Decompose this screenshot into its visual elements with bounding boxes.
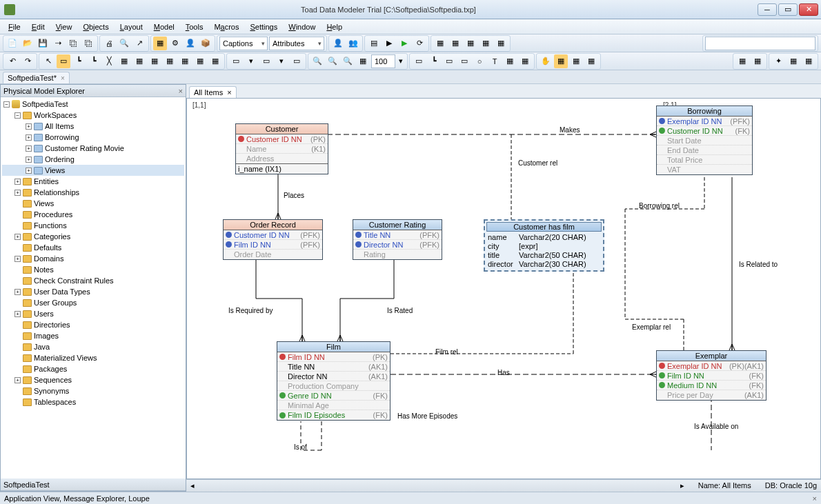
tab-all-items[interactable]: All Items × [189, 86, 237, 98]
tree-toggle[interactable]: + [26, 145, 32, 152]
open-icon[interactable]: 📂 [21, 37, 34, 50]
tree-folder[interactable]: Tablespaces [2, 396, 184, 407]
footer-close-icon[interactable]: × [813, 494, 817, 503]
tree-folder[interactable]: User Groups [2, 297, 184, 308]
misc-icon[interactable]: ▦ [584, 54, 598, 68]
item1-icon[interactable]: ▭ [229, 54, 243, 68]
tree-toggle[interactable] [14, 223, 21, 229]
new-icon[interactable]: 📄 [6, 37, 19, 50]
tree-toggle[interactable]: + [26, 134, 32, 141]
zoom-input[interactable]: 100 [371, 54, 395, 68]
grid2-icon[interactable]: ▦ [448, 37, 462, 50]
grid1-icon[interactable]: ▦ [433, 37, 447, 50]
menu-macros[interactable]: Macros [208, 21, 244, 33]
shape4-icon[interactable]: ▭ [457, 54, 471, 68]
tool-c-icon[interactable]: 👤 [184, 37, 197, 50]
maximize-button[interactable]: ▭ [778, 3, 798, 16]
shape7-icon[interactable]: ▦ [503, 54, 517, 68]
doc-tab-close-icon[interactable]: × [61, 74, 65, 82]
tree-toggle[interactable]: − [14, 112, 21, 119]
tree-folder[interactable]: +Users [2, 308, 184, 319]
undo-icon[interactable]: ↶ [6, 54, 19, 68]
tree-item[interactable]: Views [45, 166, 65, 174]
search-input[interactable] [705, 37, 815, 50]
users-icon[interactable]: 👥 [346, 37, 360, 50]
tree-toggle[interactable]: + [26, 168, 32, 174]
rel3-icon[interactable]: ╳ [102, 54, 116, 68]
entity-borrowing[interactable]: Borrowing Exemplar ID NN (PFK)Customer I… [656, 105, 753, 175]
tree-toggle[interactable]: + [14, 377, 21, 383]
tree-toggle[interactable] [14, 267, 21, 273]
lock-icon[interactable]: ▦ [554, 54, 568, 68]
entity-customer-rating[interactable]: Customer Rating Title NN (PFK)Director N… [353, 219, 442, 260]
menu-objects[interactable]: Objects [77, 21, 114, 33]
tree-item[interactable]: All Items [45, 122, 74, 130]
tree-root[interactable]: SoftpediaTest [22, 100, 68, 108]
item2-icon[interactable]: ▾ [244, 54, 258, 68]
tree-folder[interactable]: Directories [2, 319, 184, 330]
tree-toggle[interactable] [14, 344, 21, 350]
tree-toggle[interactable] [14, 322, 21, 328]
tree-toggle[interactable] [14, 366, 21, 372]
menu-tools[interactable]: Tools [180, 21, 209, 33]
tree-folder[interactable]: +User Data Types [2, 286, 184, 297]
tree-toggle[interactable] [14, 355, 21, 361]
rel10-icon[interactable]: ▦ [208, 54, 222, 68]
zoom-out-icon[interactable]: 🔍 [326, 54, 339, 68]
print-icon[interactable]: 🖨 [102, 37, 116, 50]
menu-edit[interactable]: Edit [26, 21, 50, 33]
entity-order-record[interactable]: Order Record Customer ID NN (PFK)Film ID… [223, 219, 323, 260]
close-button[interactable]: ✕ [799, 3, 818, 16]
shape2-icon[interactable]: ┗ [427, 54, 441, 68]
captions-combo[interactable]: Captions [219, 37, 268, 50]
entity-customer[interactable]: Customer Customer ID NN (PK)Name (K1)Add… [235, 123, 328, 174]
rel1-icon[interactable]: ┗ [72, 54, 86, 68]
run-icon[interactable]: ▶ [382, 37, 396, 50]
play-icon[interactable]: ▶ [397, 37, 411, 50]
tree-toggle[interactable] [14, 245, 21, 251]
redo-icon[interactable]: ↷ [21, 54, 34, 68]
shape8-icon[interactable]: ▦ [518, 54, 532, 68]
tree-folder[interactable]: Materialized Views [2, 352, 184, 363]
user-icon[interactable]: 👤 [331, 37, 345, 50]
cursor-icon[interactable]: ↖ [41, 54, 55, 68]
entity-exemplar[interactable]: Exemplar Exemplar ID NN (PK)(AK1)Film ID… [656, 350, 766, 401]
tool-a-icon[interactable]: ▦ [153, 37, 167, 50]
tree-folder[interactable]: Defaults [2, 242, 184, 253]
save-icon[interactable]: 💾 [36, 37, 50, 50]
copy-icon[interactable]: ⿻ [66, 37, 80, 50]
tree-toggle[interactable]: + [14, 234, 21, 240]
grid4-icon[interactable]: ▦ [479, 37, 493, 50]
tree-toggle[interactable]: + [14, 311, 21, 317]
zoom-spinner[interactable]: ▾ [397, 54, 405, 68]
minimize-button[interactable]: ─ [758, 3, 777, 16]
tree-folder[interactable]: +Entities [2, 176, 184, 187]
shape1-icon[interactable]: ▭ [412, 54, 426, 68]
item3-icon[interactable]: ▭ [259, 54, 273, 68]
end2-icon[interactable]: ▦ [751, 54, 764, 68]
rel2-icon[interactable]: ┗ [87, 54, 101, 68]
tree-folder[interactable]: Packages [2, 363, 184, 374]
tree-toggle[interactable]: + [14, 289, 21, 295]
tree-toggle[interactable] [14, 300, 21, 306]
item4-icon[interactable]: ▾ [275, 54, 288, 68]
menu-help[interactable]: Help [321, 21, 348, 33]
tree-folder[interactable]: Views [2, 198, 184, 209]
tree-toggle[interactable] [14, 278, 21, 284]
tree-toggle[interactable]: + [14, 190, 21, 196]
rel9-icon[interactable]: ▦ [193, 54, 207, 68]
menu-settings[interactable]: Settings [244, 21, 283, 33]
tree-folder[interactable]: Procedures [2, 209, 184, 220]
grid5-icon[interactable]: ▦ [494, 37, 508, 50]
tree-workspaces[interactable]: WorkSpaces [34, 111, 77, 119]
tree-toggle[interactable] [14, 388, 21, 394]
diagram-canvas[interactable]: [1,1] [2,1] [186, 98, 821, 479]
entity-film[interactable]: Film Film ID NN (PK)Title NN (AK1)Direct… [277, 341, 390, 421]
end4-icon[interactable]: ▦ [787, 54, 800, 68]
grid3-icon[interactable]: ▦ [464, 37, 477, 50]
tree-folder[interactable]: +Relationships [2, 187, 184, 198]
menu-window[interactable]: Window [283, 21, 321, 33]
tree-item[interactable]: Borrowing [45, 133, 79, 141]
shape5-icon[interactable]: ○ [473, 54, 486, 68]
tree-folder[interactable]: Synonyms [2, 385, 184, 396]
